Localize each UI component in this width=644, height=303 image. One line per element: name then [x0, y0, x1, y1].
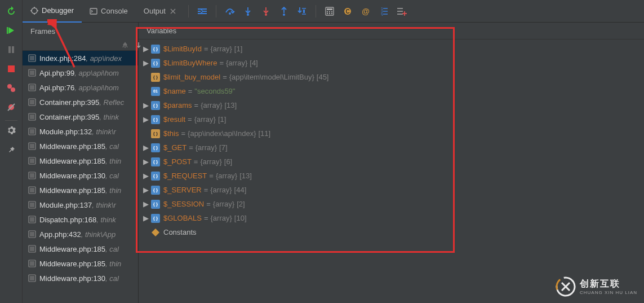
frame-prev-button[interactable]: [118, 38, 132, 52]
frame-row[interactable]: Container.php:395 , Reflec: [23, 95, 138, 109]
frame-file: Container.php:395: [39, 98, 99, 107]
variable-row[interactable]: { }$this = {app\index\api\Index}[11]: [139, 126, 644, 140]
frame-row[interactable]: Middleware.php:185 , thin: [23, 256, 138, 271]
variable-row[interactable]: ▶{ }$_GET = {array}[7]: [139, 140, 644, 155]
pin-button[interactable]: [3, 142, 19, 157]
mute-breakpoints-button[interactable]: [3, 99, 19, 115]
stack-frame-icon: [28, 69, 36, 77]
svg-point-25: [283, 14, 285, 16]
variable-count: [45]: [317, 73, 329, 81]
variable-row[interactable]: ▶{ }$params = {array}[13]: [139, 98, 644, 112]
frame-row[interactable]: Module.php:132 , think\r: [23, 124, 138, 139]
svg-rect-2: [12, 46, 14, 53]
variable-row[interactable]: ▶{ }$_POST = {array}[6]: [139, 155, 644, 169]
stack-frame-icon: [28, 54, 36, 62]
tab-debugger[interactable]: Debugger: [23, 0, 82, 23]
stack-frame-icon: [28, 186, 36, 194]
frame-file: Api.php:76: [39, 84, 74, 92]
variable-row[interactable]: ▶{ }$LimitBuyId = {array}[1]: [139, 42, 644, 56]
variable-row[interactable]: Constants: [139, 225, 644, 239]
frame-row[interactable]: Api.php:76 , app\api\hom: [23, 80, 138, 95]
variable-row[interactable]: ▶{ }$_SESSION = {array}[2]: [139, 197, 644, 211]
type-badge: { }: [151, 172, 160, 181]
expand-arrow-icon[interactable]: ▶: [143, 143, 151, 152]
variable-row[interactable]: ▶{ }$_SERVER = {array}[44]: [139, 183, 644, 197]
stack-frame-icon: [28, 142, 36, 150]
tab-console[interactable]: Console: [82, 0, 136, 23]
variable-value: "seconds59": [194, 87, 235, 95]
expand-arrow-icon[interactable]: ▶: [143, 200, 151, 208]
frame-row[interactable]: Container.php:395 , think: [23, 109, 138, 124]
show-exec-point-button[interactable]: [194, 3, 210, 19]
trace-button[interactable]: C: [340, 3, 356, 19]
pause-button[interactable]: [3, 42, 19, 58]
expand-arrow-icon[interactable]: ▶: [143, 157, 151, 166]
expand-arrow-icon[interactable]: ▶: [143, 115, 151, 124]
variable-name: $_REQUEST: [163, 172, 207, 180]
at-button[interactable]: @: [358, 3, 374, 19]
type-badge: { }: [151, 214, 160, 223]
stop-button[interactable]: [3, 61, 19, 77]
run-to-cursor-button[interactable]: [294, 3, 310, 19]
frame-row[interactable]: Middleware.php:130 , cal: [23, 271, 138, 286]
expand-arrow-icon[interactable]: ▶: [143, 59, 151, 67]
frame-location: , thin: [105, 260, 121, 268]
frame-row[interactable]: Index.php:284 , app\index: [23, 51, 138, 65]
frame-next-button[interactable]: [132, 38, 145, 52]
frames-panel: Frames Index.php:284 , app\index Api.php…: [23, 23, 139, 303]
frame-file: Middleware.php:185: [39, 245, 105, 253]
variable-row[interactable]: ▶{ }$result = {array}[1]: [139, 112, 644, 126]
rerun-button[interactable]: [3, 3, 19, 19]
frames-list[interactable]: Index.php:284 , app\index Api.php:99 , a…: [23, 51, 138, 303]
expand-arrow-icon[interactable]: ▶: [143, 101, 151, 109]
expand-arrow-icon[interactable]: ▶: [143, 214, 151, 222]
svg-rect-1: [8, 46, 11, 53]
resume-button[interactable]: [3, 23, 19, 38]
frame-row[interactable]: Middleware.php:185 , cal: [23, 139, 138, 153]
view-breakpoints-button[interactable]: [3, 80, 19, 96]
frame-row[interactable]: App.php:432 , think\App: [23, 227, 138, 241]
variable-value: {array}: [200, 157, 221, 166]
frame-row[interactable]: Middleware.php:130 , cal: [23, 168, 138, 183]
add-list-button[interactable]: [394, 3, 410, 19]
variable-name: $_GET: [163, 143, 186, 152]
frame-file: Middleware.php:185: [39, 260, 105, 268]
svg-rect-63: [30, 115, 34, 119]
frame-location: , think: [99, 113, 119, 121]
frame-location: , cal: [105, 245, 119, 253]
stack-frame-icon: [28, 274, 36, 282]
step-into-button[interactable]: [240, 3, 256, 19]
expand-arrow-icon[interactable]: ▶: [143, 186, 151, 194]
variable-name: $_SERVER: [163, 186, 202, 194]
frame-row[interactable]: Middleware.php:185 , cal: [23, 241, 138, 256]
frame-row[interactable]: Module.php:137 , think\r: [23, 197, 138, 212]
evaluate-expr-button[interactable]: [322, 3, 337, 19]
sort-list-button[interactable]: 123: [376, 3, 392, 19]
step-over-button[interactable]: [222, 3, 238, 19]
panels: Frames Index.php:284 , app\index Api.php…: [23, 23, 644, 303]
variable-row[interactable]: ▶{ }$LimitBuyWhere = {array}[4]: [139, 56, 644, 70]
frame-row[interactable]: Middleware.php:185 , thin: [23, 153, 138, 168]
tab-output[interactable]: Output: [136, 0, 184, 23]
variable-name: $limit_buy_model: [163, 73, 220, 81]
variable-row[interactable]: 01$name = "seconds59": [139, 84, 644, 98]
variable-row[interactable]: { }$limit_buy_model = {app\item\model\Li…: [139, 70, 644, 84]
frame-row[interactable]: Middleware.php:185 , thin: [23, 183, 138, 197]
svg-point-5: [11, 87, 15, 92]
expand-arrow-icon[interactable]: ▶: [143, 172, 151, 180]
frame-row[interactable]: Dispatch.php:168 , think: [23, 212, 138, 227]
frame-file: Dispatch.php:168: [39, 216, 96, 224]
variable-row[interactable]: ▶{ }$_REQUEST = {array}[13]: [139, 169, 644, 183]
variables-list[interactable]: ▶{ }$LimitBuyId = {array}[1]▶{ }$LimitBu…: [139, 39, 644, 303]
variable-value: {array}: [211, 45, 232, 53]
stack-frame-icon: [28, 113, 36, 121]
settings-button[interactable]: [3, 122, 19, 138]
constant-icon: [151, 228, 160, 237]
variables-header: Variables: [139, 23, 644, 39]
variable-name: $_SESSION: [163, 200, 204, 208]
step-out-button[interactable]: [276, 3, 292, 19]
variable-count: [13]: [224, 101, 237, 109]
variable-row[interactable]: ▶{ }$GLOBALS = {array}[10]: [139, 211, 644, 225]
force-step-into-button[interactable]: [258, 3, 274, 19]
frame-row[interactable]: Api.php:99 , app\api\hom: [23, 65, 138, 80]
